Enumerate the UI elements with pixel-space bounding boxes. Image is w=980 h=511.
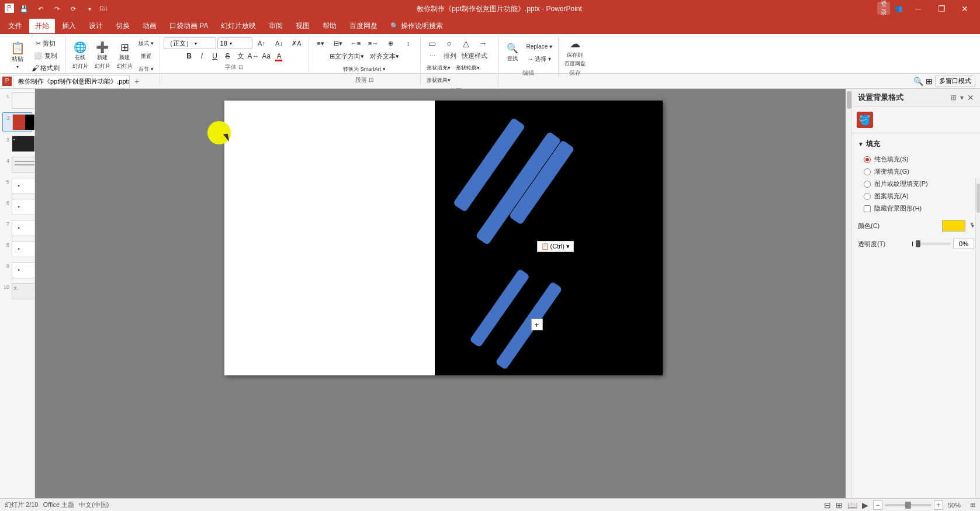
view-grid-btn[interactable]: ⊞ bbox=[836, 500, 843, 510]
copy-btn[interactable]: ⬜ 复制 bbox=[29, 50, 62, 61]
multiwindow-btn[interactable]: 多窗口模式 bbox=[935, 75, 975, 87]
text-direction-btn[interactable]: ⊞文字方向▾ bbox=[327, 50, 366, 62]
menu-review[interactable]: 审阅 bbox=[263, 19, 289, 33]
slide-thumb-2[interactable]: 2 bbox=[2, 112, 32, 132]
slide-thumb-7[interactable]: 7 ▪ bbox=[2, 219, 32, 237]
underline-btn[interactable]: U bbox=[209, 50, 221, 62]
zoom-minus-btn[interactable]: − bbox=[873, 500, 882, 510]
option-picture[interactable]: 图片或纹理填充(P) bbox=[858, 179, 974, 188]
zoom-plus-btn[interactable]: + bbox=[934, 500, 943, 510]
canvas-scrollbar[interactable] bbox=[846, 89, 851, 498]
menu-view[interactable]: 视图 bbox=[290, 19, 316, 33]
slide-thumb-5[interactable]: 5 ▪ bbox=[2, 177, 32, 195]
menu-home[interactable]: 开始 bbox=[29, 19, 55, 33]
view-read-btn[interactable]: 📖 bbox=[847, 500, 857, 510]
list-bullet-btn[interactable]: ≡▾ bbox=[313, 37, 329, 49]
fit-btn[interactable]: ⊞ bbox=[970, 501, 975, 509]
option-gradient[interactable]: 渐变填充(G) bbox=[858, 167, 974, 176]
section-btn[interactable]: 百节 ▾ bbox=[136, 63, 156, 75]
radio-picture[interactable] bbox=[864, 181, 871, 188]
shape-ellipse-btn[interactable]: ○ bbox=[441, 37, 458, 49]
indent-increase-btn[interactable]: ≡→ bbox=[365, 37, 382, 49]
clear-format-btn[interactable]: ✗A bbox=[289, 37, 305, 49]
paint-bucket-icon[interactable]: 🪣 bbox=[857, 112, 873, 128]
caps-btn[interactable]: Aa bbox=[261, 50, 272, 62]
select-btn[interactable]: → 选择 ▾ bbox=[524, 53, 555, 65]
option-hide[interactable]: 隐藏背景图形(H) bbox=[858, 204, 974, 213]
menu-slideshow[interactable]: 幻灯片放映 bbox=[215, 19, 262, 33]
new-tab-btn[interactable]: + bbox=[131, 75, 143, 88]
undo-btn[interactable]: ↶ bbox=[34, 2, 47, 15]
menu-transitions[interactable]: 切换 bbox=[110, 19, 136, 33]
version-btn[interactable]: 版式 ▾ bbox=[136, 37, 156, 49]
more-qa[interactable]: ▾ bbox=[83, 2, 96, 15]
menu-search[interactable]: 🔍操作说明搜索 bbox=[385, 19, 449, 33]
slide-thumb-4[interactable]: 4 bbox=[2, 156, 32, 174]
option-pattern[interactable]: 图案填充(A) bbox=[858, 192, 974, 201]
radio-pattern[interactable] bbox=[864, 193, 871, 200]
layout-btn[interactable]: ⊞ 新建 幻灯片 bbox=[114, 41, 135, 71]
italic-btn[interactable]: I bbox=[196, 50, 208, 62]
font-increase-btn[interactable]: A↑ bbox=[254, 37, 270, 49]
replace-btn[interactable]: Replace ▾ bbox=[524, 40, 555, 52]
font-size-combo[interactable]: 18▾ bbox=[217, 37, 252, 49]
strikethrough-btn[interactable]: S bbox=[222, 50, 234, 62]
login-btn[interactable]: 登录 bbox=[877, 2, 890, 15]
font-color-btn[interactable]: A bbox=[273, 50, 285, 62]
font-expand-btn[interactable]: ⊡ bbox=[238, 64, 243, 70]
view-present-btn[interactable]: ▶ bbox=[862, 500, 868, 510]
slide-thumb-3[interactable]: 3 ▪ bbox=[2, 134, 32, 153]
reset-btn[interactable]: 重置 bbox=[138, 50, 154, 62]
shadow-btn[interactable]: 文 bbox=[235, 50, 247, 62]
shape-more-btn[interactable]: ⋯ bbox=[424, 50, 441, 61]
close-btn[interactable]: ✕ bbox=[954, 2, 975, 16]
radio-solid[interactable] bbox=[864, 156, 871, 163]
line-spacing-btn[interactable]: ↕ bbox=[400, 37, 417, 49]
shape-outline-btn[interactable]: 形状轮廓▾ bbox=[453, 62, 482, 74]
menu-tab-icon[interactable]: ⊞ bbox=[926, 77, 933, 86]
slide-thumb-10[interactable]: 10 文. bbox=[2, 282, 32, 301]
quick-save[interactable]: 💾 bbox=[18, 2, 30, 15]
slide-thumb-1[interactable]: 1 bbox=[2, 91, 32, 110]
minimize-btn[interactable]: ─ bbox=[908, 2, 929, 16]
shape-rect-btn[interactable]: ▭ bbox=[424, 37, 441, 49]
canvas-scroll-thumb[interactable] bbox=[847, 91, 851, 109]
right-panel-scroll-thumb[interactable] bbox=[976, 184, 980, 213]
share-btn[interactable]: 👥 bbox=[892, 2, 905, 15]
text-align-btn[interactable]: 对齐文本▾ bbox=[368, 50, 401, 62]
restore-btn[interactable]: ❐ bbox=[931, 2, 952, 16]
arrange-btn[interactable]: 排列 bbox=[441, 50, 459, 61]
slide-thumb-8[interactable]: 8 ▪ bbox=[2, 240, 32, 258]
shape-triangle-btn[interactable]: △ bbox=[458, 37, 475, 49]
panel-dropdown-btn[interactable]: ▾ bbox=[960, 94, 964, 102]
save-cloud-btn[interactable]: ☁ 保存到 百度网盘 bbox=[562, 37, 588, 68]
color-picker-btn[interactable] bbox=[942, 220, 965, 232]
quick-style-btn[interactable]: 快速样式 bbox=[459, 50, 490, 61]
smart-art-btn[interactable]: ⊕ bbox=[383, 37, 399, 49]
fill-section-header[interactable]: ▼ 填充 bbox=[858, 139, 974, 149]
cut-btn[interactable]: ✂ 剪切 bbox=[29, 37, 62, 49]
panel-expand-btn[interactable]: ⊞ bbox=[951, 94, 957, 102]
slide-thumb-6[interactable]: 6 ▪ bbox=[2, 198, 32, 216]
radio-hide[interactable] bbox=[864, 205, 871, 212]
transparency-slider[interactable] bbox=[916, 243, 951, 245]
menu-pa[interactable]: 口袋动画 PA bbox=[164, 19, 214, 33]
refresh-btn[interactable]: ⟳ bbox=[67, 2, 79, 15]
right-panel-scrollbar[interactable] bbox=[975, 178, 980, 498]
radio-gradient[interactable] bbox=[864, 168, 871, 175]
convert-smartart-btn[interactable]: 转换为 SmartArt ▾ bbox=[341, 63, 388, 75]
shape-fill-btn[interactable]: 形状填充▾ bbox=[424, 62, 453, 74]
shape-arrow-btn[interactable]: → bbox=[475, 37, 491, 49]
font-name-combo[interactable]: （正文）▾ bbox=[164, 37, 216, 49]
format-painter-btn[interactable]: 🖌 格式刷 bbox=[29, 62, 62, 74]
char-spacing-btn[interactable]: A↔ bbox=[248, 50, 259, 62]
panel-close-btn[interactable]: ✕ bbox=[967, 93, 974, 102]
list-number-btn[interactable]: ⊟▾ bbox=[330, 37, 347, 49]
canvas-area[interactable]: 📋 (Ctrl) ▾ + bbox=[35, 89, 851, 498]
search-tab-icon[interactable]: 🔍 bbox=[913, 77, 923, 86]
indent-decrease-btn[interactable]: ←≡ bbox=[348, 37, 364, 49]
paste-btn[interactable]: 📋 粘贴 ▾ bbox=[7, 40, 28, 71]
transparency-value[interactable]: 0% bbox=[953, 239, 974, 249]
bold-btn[interactable]: B bbox=[183, 50, 195, 62]
option-solid[interactable]: 纯色填充(S) bbox=[858, 155, 974, 164]
